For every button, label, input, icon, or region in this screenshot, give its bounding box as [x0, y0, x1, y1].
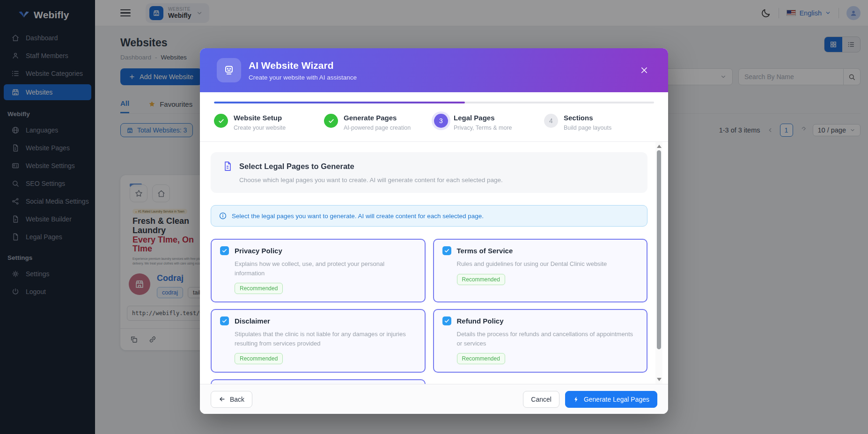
step-website-setup: Website Setup Create your website — [214, 114, 324, 131]
legal-page-description: Stipulates that the clinic is not liable… — [235, 330, 416, 348]
recommended-badge: Recommended — [235, 353, 283, 364]
wizard-body: Select Legal Pages to Generate Choose wh… — [200, 142, 668, 384]
legal-page-description: Rules and guidelines for using our Denta… — [457, 259, 639, 269]
check-icon — [221, 248, 228, 254]
legal-page-description: Explains how we collect, use, and protec… — [235, 259, 416, 278]
step-description: Build page layouts — [564, 125, 611, 131]
legal-page-card-terms-of-service[interactable]: Terms of Service Rules and guidelines fo… — [433, 239, 648, 302]
recommended-badge: Recommended — [457, 274, 505, 285]
step-title: Generate Pages — [344, 114, 411, 122]
wizard-header: AI Website Wizard Create your website wi… — [200, 48, 668, 92]
progress-bar-fill — [214, 102, 465, 103]
back-button[interactable]: Back — [211, 391, 252, 408]
legal-page-card-refund-policy[interactable]: Refund Policy Details the process for re… — [433, 309, 648, 373]
legal-page-card-cookie-policy[interactable]: Cookie Policy Explains how we use cookie… — [211, 379, 426, 384]
step-number: 3 — [434, 114, 448, 128]
generate-legal-pages-button[interactable]: Generate Legal Pages — [565, 391, 657, 408]
legal-page-title: Disclaimer — [235, 317, 270, 325]
step-description: Privacy, Terms & more — [454, 125, 512, 131]
step-description: Create your website — [234, 125, 286, 131]
legal-page-description: Details the process for refunds and canc… — [457, 330, 639, 348]
step-done-check-icon — [214, 114, 228, 128]
recommended-badge: Recommended — [457, 353, 505, 364]
legal-page-card-privacy-policy[interactable]: Privacy Policy Explains how we collect, … — [211, 239, 426, 302]
bolt-icon — [573, 396, 580, 403]
robot-icon — [217, 58, 241, 82]
section-intro-card: Select Legal Pages to Generate Choose wh… — [211, 152, 647, 193]
step-title: Sections — [564, 114, 611, 122]
scroll-down-arrow-icon[interactable] — [657, 378, 662, 381]
progress-bar — [214, 102, 654, 103]
close-icon[interactable] — [637, 63, 651, 77]
modal-title: AI Website Wizard — [249, 60, 357, 71]
recommended-badge: Recommended — [235, 283, 283, 294]
check-icon — [221, 318, 228, 324]
checkbox-checked[interactable] — [442, 246, 451, 255]
back-button-label: Back — [230, 396, 244, 403]
modal-scrollbar[interactable] — [655, 142, 662, 384]
info-icon — [219, 212, 227, 220]
file-text-icon — [222, 161, 233, 172]
scrollbar-thumb[interactable] — [657, 150, 661, 349]
step-done-check-icon — [324, 114, 338, 128]
checkbox-checked[interactable] — [220, 316, 229, 325]
step-generate-pages: Generate Pages AI-powered page creation — [324, 114, 434, 131]
cancel-button-label: Cancel — [531, 396, 552, 403]
step-number: 4 — [544, 114, 558, 128]
step-legal-pages: 3 Legal Pages Privacy, Terms & more — [434, 114, 544, 131]
legal-page-title: Refund Policy — [457, 317, 504, 325]
checkbox-checked[interactable] — [442, 316, 451, 325]
info-alert-text: Select the legal pages you want to gener… — [232, 213, 484, 220]
step-description: AI-powered page creation — [344, 125, 411, 131]
wizard-steps: Website Setup Create your website Genera… — [200, 92, 668, 142]
back-arrow-icon — [219, 396, 226, 403]
wizard-footer: Back Cancel Generate Legal Pages — [200, 384, 668, 414]
check-icon — [444, 318, 450, 324]
check-icon — [444, 248, 450, 254]
legal-page-title: Privacy Policy — [235, 247, 282, 255]
modal-subtitle: Create your website with AI assistance — [249, 74, 357, 81]
scroll-up-arrow-icon[interactable] — [657, 145, 662, 148]
checkbox-checked[interactable] — [220, 246, 229, 255]
legal-pages-grid: Privacy Policy Explains how we collect, … — [211, 239, 647, 384]
generate-button-label: Generate Legal Pages — [584, 396, 649, 403]
section-description: Choose which legal pages you want to cre… — [239, 177, 636, 184]
step-title: Website Setup — [234, 114, 286, 122]
info-alert: Select the legal pages you want to gener… — [211, 205, 647, 227]
step-title: Legal Pages — [454, 114, 512, 122]
ai-website-wizard-modal: AI Website Wizard Create your website wi… — [200, 48, 668, 414]
cancel-button[interactable]: Cancel — [523, 391, 559, 408]
legal-page-title: Terms of Service — [457, 247, 513, 255]
legal-page-card-disclaimer[interactable]: Disclaimer Stipulates that the clinic is… — [211, 309, 426, 373]
section-title: Select Legal Pages to Generate — [239, 162, 354, 171]
step-sections: 4 Sections Build page layouts — [544, 114, 654, 131]
